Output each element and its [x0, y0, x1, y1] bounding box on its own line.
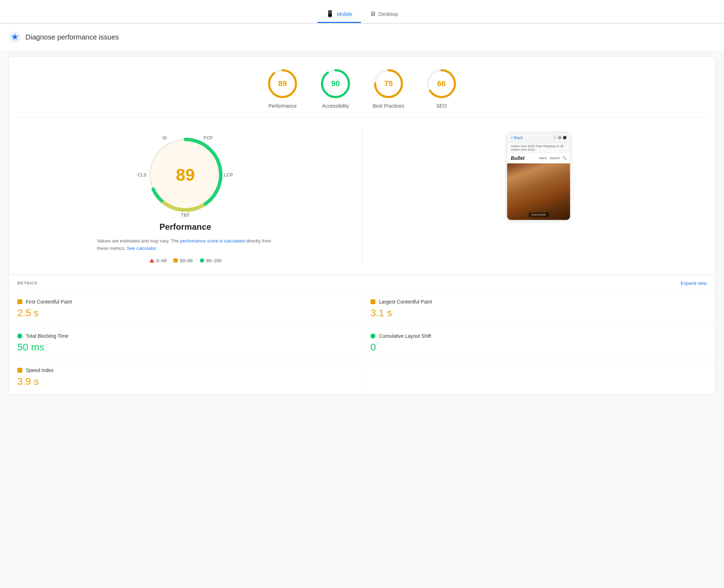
perf-description: Values are estimated and may vary. The p…	[97, 238, 274, 252]
metric-label-tbt: TBT	[181, 212, 190, 218]
metric-fcp-value: 2.5 s	[17, 307, 353, 319]
legend-square-icon	[173, 258, 178, 263]
score-circle-accessibility: 90	[320, 68, 351, 100]
metric-si-value: 3.9 s	[17, 376, 353, 387]
mobile-hero-image: INSTANT RADIANCE Broad spectrum SPF 30 s…	[507, 163, 570, 220]
tab-mobile-label: Mobile	[337, 11, 352, 17]
metrics-section-title: METRICS	[17, 281, 37, 285]
metric-tbt-value: 50 ms	[17, 342, 353, 353]
metric-si-indicator	[17, 368, 22, 373]
mobile-nav-search: Search	[550, 156, 560, 160]
legend-fail: 0–49	[149, 258, 167, 263]
legend: 0–49 50–89 90–100	[149, 258, 221, 263]
performance-detail-section: SI FCP LCP TBT CLS 89 Performance Values…	[9, 118, 715, 275]
metric-lcp-value: 3.1 s	[370, 307, 707, 319]
tab-desktop[interactable]: 🖥 Desktop	[361, 6, 406, 23]
expand-view-button[interactable]: Expand view	[681, 281, 707, 286]
metric-lcp-name: Largest Contentful Paint	[379, 299, 432, 305]
score-best-practices: 75 Best Practices	[373, 68, 404, 109]
metric-cls-header: Cumulative Layout Shift	[370, 333, 707, 339]
mobile-top-bar: < Back	[507, 133, 570, 143]
circle-2	[558, 136, 562, 139]
metric-fcp-header: First Contentful Paint	[17, 299, 353, 305]
perf-chart-area: SI FCP LCP TBT CLS 89 Performance Values…	[23, 129, 348, 263]
discover-button[interactable]: DISCOVER	[529, 212, 549, 217]
legend-average: 50–89	[173, 258, 192, 263]
metric-cls-indicator	[370, 334, 375, 338]
metric-label-cls: CLS	[138, 172, 147, 178]
mobile-nav-menu: Menu	[539, 156, 547, 160]
score-value-best-practices: 75	[384, 79, 393, 88]
metric-tbt-header: Total Blocking Time	[17, 333, 353, 339]
mobile-preview: < Back orders over €100 Free shipping on…	[507, 132, 570, 220]
mobile-nav: Bullet Menu Search 🔍	[507, 153, 570, 163]
main-card: 89 Performance 90 Accessibility	[8, 56, 716, 395]
score-label-best-practices: Best Practices	[373, 103, 404, 109]
legend-average-range: 50–89	[180, 258, 192, 263]
metric-label-lcp: LCP	[224, 172, 233, 178]
mobile-circles	[553, 136, 566, 139]
score-performance: 89 Performance	[267, 68, 298, 109]
score-value-accessibility: 90	[331, 79, 340, 88]
metric-cls-value: 0	[370, 342, 707, 353]
perf-score-value: 89	[176, 165, 195, 185]
metric-cls: Cumulative Layout Shift 0	[362, 326, 715, 360]
perf-desc-static: Values are estimated and may vary. The	[97, 238, 180, 244]
metric-tbt: Total Blocking Time 50 ms	[9, 326, 362, 360]
tab-mobile[interactable]: 📱 Mobile	[318, 6, 361, 23]
perf-desc-link1[interactable]: performance score is calculated	[180, 238, 245, 244]
desktop-icon: 🖥	[369, 10, 376, 18]
score-label-seo: SEO	[436, 103, 447, 109]
score-label-performance: Performance	[268, 103, 297, 109]
legend-fail-range: 0–49	[156, 258, 167, 263]
score-seo: 66 SEO	[426, 68, 457, 109]
perf-section-title: Performance	[159, 222, 211, 232]
mobile-url-bar: orders over €100 Free shipping on all or…	[507, 143, 570, 153]
donut-chart: SI FCP LCP TBT CLS 89	[140, 129, 231, 221]
metric-fcp-indicator	[17, 299, 22, 304]
perf-desc-link2[interactable]: See calculator.	[127, 246, 157, 251]
svg-point-1	[13, 36, 16, 38]
page-header: Diagnose performance issues	[0, 24, 724, 50]
metrics-header: METRICS Expand view	[9, 275, 715, 292]
mobile-nav-links: Menu Search 🔍	[539, 156, 566, 160]
metric-tbt-name: Total Blocking Time	[26, 333, 69, 339]
perf-right-panel: < Back orders over €100 Free shipping on…	[376, 129, 701, 263]
circle-3	[563, 136, 566, 139]
legend-pass-range: 90–100	[206, 258, 221, 263]
donut-center: 89	[176, 165, 195, 185]
metric-si-header: Speed Index	[17, 367, 353, 373]
mobile-url-text: orders over €100 Free shipping on all or…	[511, 144, 563, 151]
metric-lcp: Largest Contentful Paint 3.1 s	[362, 292, 715, 326]
score-label-accessibility: Accessibility	[322, 103, 349, 109]
legend-triangle-icon	[149, 258, 154, 263]
header-icon	[8, 31, 21, 43]
scores-section: 89 Performance 90 Accessibility	[9, 56, 715, 117]
score-value-seo: 66	[437, 79, 446, 88]
score-circle-performance: 89	[267, 68, 298, 100]
metric-si-name: Speed Index	[26, 367, 54, 373]
legend-dot-icon	[200, 258, 204, 263]
tab-bar: 📱 Mobile 🖥 Desktop	[0, 0, 724, 23]
score-circle-best-practices: 75	[373, 68, 404, 100]
metric-fcp-name: First Contentful Paint	[26, 299, 72, 305]
metric-label-fcp: FCP	[204, 135, 213, 140]
metric-cls-name: Cumulative Layout Shift	[379, 333, 431, 339]
circle-1	[553, 136, 557, 139]
score-value-performance: 89	[278, 79, 287, 88]
metrics-grid: First Contentful Paint 2.5 s Largest Con…	[9, 292, 715, 394]
perf-left-panel: SI FCP LCP TBT CLS 89 Performance Values…	[23, 129, 348, 263]
metric-si: Speed Index 3.9 s	[9, 360, 362, 394]
metric-fcp: First Contentful Paint 2.5 s	[9, 292, 362, 326]
mobile-back-button[interactable]: < Back	[511, 136, 523, 140]
legend-pass: 90–100	[200, 258, 221, 263]
mobile-nav-icon: 🔍	[563, 156, 566, 160]
vertical-divider	[362, 129, 362, 263]
metric-tbt-indicator	[17, 334, 22, 338]
metric-empty	[362, 360, 715, 394]
metric-lcp-header: Largest Contentful Paint	[370, 299, 707, 305]
score-accessibility: 90 Accessibility	[320, 68, 351, 109]
mobile-logo: Bullet	[511, 155, 524, 161]
tab-desktop-label: Desktop	[379, 11, 398, 17]
mobile-icon: 📱	[326, 10, 334, 18]
